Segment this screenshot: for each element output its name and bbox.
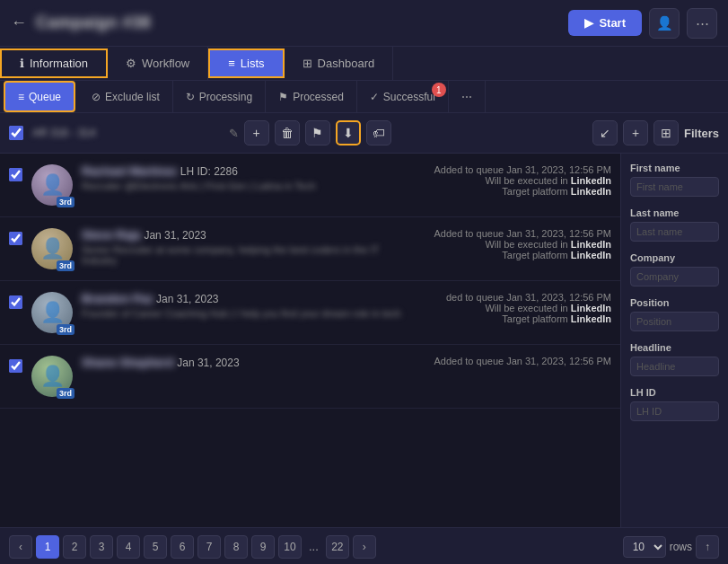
tab-dashboard[interactable]: ⊞ Dashboard (285, 47, 394, 80)
processing-icon: ↻ (186, 91, 195, 103)
page-4-button[interactable]: 4 (117, 535, 140, 559)
filter-group-lh-id: LH ID (630, 387, 719, 421)
tab-exclude-label: Exclude list (105, 91, 160, 103)
page-2-button[interactable]: 2 (63, 535, 86, 559)
page-10-button[interactable]: 10 (278, 535, 302, 559)
target-platform-2: LinkedIn (571, 313, 611, 324)
item-name-0: Rachael Martinez LH ID: 2286 (82, 164, 414, 178)
item-meta-3: Added to queue Jan 31, 2023, 12:56 PM (423, 356, 611, 366)
tab-processed[interactable]: ⚑ Processed (266, 81, 357, 112)
item-target-2: Target platform LinkedIn (423, 313, 611, 324)
filter-group-last-name: Last name (630, 207, 719, 242)
page-7-button[interactable]: 7 (197, 535, 221, 559)
item-checkbox-0[interactable] (9, 168, 22, 181)
tab-processing-label: Processing (199, 91, 252, 103)
item-target-1: Target platform LinkedIn (423, 250, 611, 260)
select-all-checkbox[interactable] (9, 126, 23, 140)
page-5-button[interactable]: 5 (144, 535, 167, 559)
selection-count: AR 316 - 314 (32, 127, 224, 139)
item-checkbox-3[interactable] (9, 359, 22, 373)
page-3-button[interactable]: 3 (90, 535, 113, 559)
processed-icon: ⚑ (278, 91, 288, 103)
item-desc-0: Recruiter @Electronic Arts | First-Gen |… (82, 181, 414, 191)
add-row-button[interactable]: + (623, 120, 648, 145)
tab-exclude-list[interactable]: ⊘ Exclude list (79, 81, 173, 112)
item-desc-1: Senior Recruiter at some company, helpin… (82, 244, 414, 266)
next-page-button[interactable]: › (353, 535, 376, 559)
degree-badge-3: 3rd (57, 388, 75, 399)
download-button[interactable]: ⬇ (336, 120, 361, 145)
tab-queue[interactable]: ≡ Queue (4, 81, 75, 112)
filter-button[interactable]: ⚑ (305, 120, 330, 145)
play-icon: ▶ (584, 16, 593, 30)
item-checkbox-1[interactable] (9, 232, 22, 245)
page-1-button[interactable]: 1 (36, 535, 59, 559)
grid-button[interactable]: ⊞ (653, 120, 679, 145)
collapse-icon: ↙ (600, 126, 610, 140)
item-executed-1: Will be executed in LinkedIn (423, 239, 611, 250)
user-icon-button[interactable]: 👤 (649, 8, 680, 39)
filter-input-3[interactable] (630, 312, 719, 331)
item-added-1: Added to queue Jan 31, 2023, 12:56 PM (423, 228, 611, 239)
pagination-bar: ‹ 12345678910... 22 › 10 25 50 rows ↑ (0, 527, 728, 564)
filter-input-0[interactable] (630, 177, 719, 197)
filter-label-1: Last name (630, 207, 719, 218)
filter-group-position: Position (630, 297, 719, 331)
target-platform-0: LinkedIn (571, 186, 611, 197)
tab-lists[interactable]: ≡ Lists (208, 48, 284, 78)
item-desc-2: Founder of Career Coaching Hub | I help … (82, 308, 414, 319)
successful-badge: 1 (432, 83, 446, 97)
plus-icon: + (632, 126, 639, 140)
start-button[interactable]: ▶ Start (568, 10, 642, 36)
tab-lists-label: Lists (241, 57, 265, 70)
degree-badge-1: 3rd (57, 260, 75, 271)
rows-dropdown[interactable]: 10 25 50 (623, 536, 666, 558)
collapse-button[interactable]: ↙ (592, 120, 618, 145)
filter-group-company: Company (630, 252, 719, 286)
more-tabs-icon: ⋯ (461, 91, 472, 103)
header: ← Campaign #38 ▶ Start 👤 ⋯ (0, 0, 728, 47)
item-target-0: Target platform LinkedIn (423, 186, 611, 197)
rows-select: 10 25 50 rows ↑ (623, 535, 719, 559)
delete-button[interactable]: 🗑 (275, 120, 300, 145)
item-meta-2: ded to queue Jan 31, 2023, 12:56 PM Will… (423, 292, 611, 324)
tab-more[interactable]: ⋯ (449, 81, 486, 112)
tab-successful-label: Successful (383, 91, 435, 103)
scroll-top-button[interactable]: ↑ (696, 535, 719, 559)
list-item: 👤 3rd Rachael Martinez LH ID: 2286 Recru… (0, 154, 620, 217)
filter-input-1[interactable] (630, 222, 719, 242)
toolbar: AR 316 - 314 ✎ + 🗑 ⚑ ⬇ 🏷 ↙ + ⊞ Filters (0, 113, 728, 154)
page-6-button[interactable]: 6 (171, 535, 194, 559)
page-8-button[interactable]: 8 (224, 535, 248, 559)
back-button[interactable]: ← (11, 13, 27, 32)
page-9-button[interactable]: 9 (251, 535, 275, 559)
item-checkbox-2[interactable] (9, 295, 22, 309)
filter-input-5[interactable] (630, 401, 719, 421)
item-meta-0: Added to queue Jan 31, 2023, 12:56 PM Wi… (423, 164, 611, 197)
filter-label-5: LH ID (630, 387, 719, 398)
add-button[interactable]: + (244, 120, 269, 145)
tab-bar-secondary: ≡ Queue ⊘ Exclude list ↻ Processing ⚑ Pr… (0, 81, 728, 113)
item-added-3: Added to queue Jan 31, 2023, 12:56 PM (423, 356, 611, 366)
filter-input-2[interactable] (630, 267, 719, 286)
tab-information[interactable]: ℹ Information (0, 48, 108, 78)
item-executed-2: Will be executed in LinkedIn (423, 303, 611, 313)
executed-platform-1: LinkedIn (571, 239, 611, 250)
more-icon-button[interactable]: ⋯ (687, 8, 717, 39)
campaign-title: Campaign #38 (36, 13, 559, 32)
item-name-2: Brandon Paz Jan 31, 2023 (82, 292, 414, 305)
executed-platform-2: LinkedIn (571, 303, 611, 313)
avatar-wrap-0: 👤 3rd (31, 164, 73, 206)
tab-workflow[interactable]: ⚙ Workflow (108, 47, 208, 80)
tab-successful[interactable]: ✓ Successful 1 (357, 81, 449, 112)
filter-input-4[interactable] (630, 357, 719, 376)
filters-label: Filters (684, 127, 719, 140)
prev-page-button[interactable]: ‹ (9, 535, 32, 559)
list-item: 👤 3rd Shane Shepherd Jan 31, 2023 Added … (0, 345, 620, 409)
item-executed-0: Will be executed in LinkedIn (423, 175, 611, 186)
page-22-button[interactable]: 22 (326, 535, 349, 559)
list-item: 👤 3rd Steve Raja Jan 31, 2023 Senior Rec… (0, 217, 620, 281)
tab-processing[interactable]: ↻ Processing (173, 81, 266, 112)
tag-button[interactable]: 🏷 (366, 120, 391, 145)
item-name-3: Shane Shepherd Jan 31, 2023 (82, 356, 414, 369)
